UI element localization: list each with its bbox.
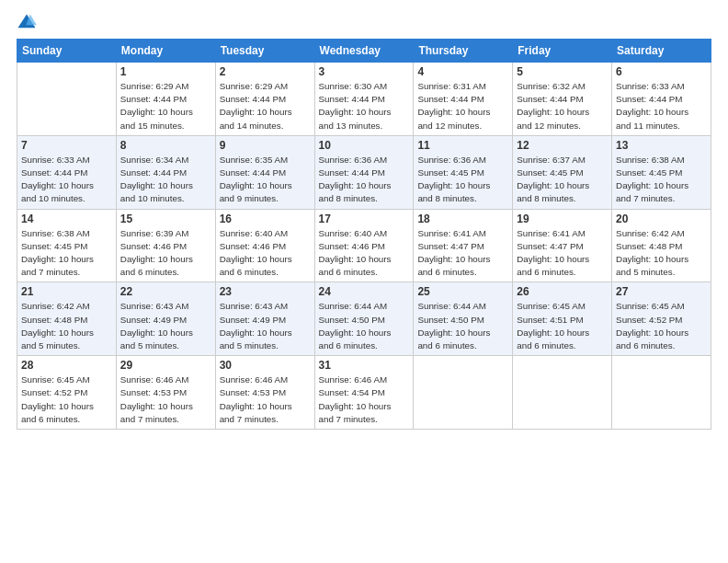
calendar-header-saturday: Saturday [612,40,711,63]
calendar-cell: 14Sunrise: 6:38 AM Sunset: 4:45 PM Dayli… [17,209,117,282]
calendar-cell: 17Sunrise: 6:40 AM Sunset: 4:46 PM Dayli… [314,209,414,282]
calendar-cell: 7Sunrise: 6:33 AM Sunset: 4:44 PM Daylig… [17,135,117,209]
calendar-cell: 5Sunrise: 6:32 AM Sunset: 4:44 PM Daylig… [513,63,612,136]
day-info: Sunrise: 6:34 AM Sunset: 4:44 PM Dayligh… [120,154,211,206]
calendar-cell: 24Sunrise: 6:44 AM Sunset: 4:50 PM Dayli… [314,282,414,356]
day-info: Sunrise: 6:42 AM Sunset: 4:48 PM Dayligh… [616,227,707,280]
calendar-cell: 13Sunrise: 6:38 AM Sunset: 4:45 PM Dayli… [612,135,711,209]
day-number: 22 [120,285,211,298]
calendar-cell: 4Sunrise: 6:31 AM Sunset: 4:44 PM Daylig… [414,63,513,136]
day-info: Sunrise: 6:46 AM Sunset: 4:54 PM Dayligh… [319,373,410,426]
day-number: 3 [319,65,410,78]
calendar-header-friday: Friday [513,40,612,63]
calendar-cell: 16Sunrise: 6:40 AM Sunset: 4:46 PM Dayli… [215,209,314,282]
day-number: 13 [616,139,707,152]
day-number: 1 [120,65,211,78]
calendar-cell: 23Sunrise: 6:43 AM Sunset: 4:49 PM Dayli… [215,282,314,356]
calendar-table: SundayMondayTuesdayWednesdayThursdayFrid… [17,39,711,430]
day-info: Sunrise: 6:42 AM Sunset: 4:48 PM Dayligh… [21,300,112,352]
calendar-cell: 2Sunrise: 6:29 AM Sunset: 4:44 PM Daylig… [215,63,314,136]
calendar-cell: 30Sunrise: 6:46 AM Sunset: 4:53 PM Dayli… [215,356,314,430]
calendar-cell: 10Sunrise: 6:36 AM Sunset: 4:44 PM Dayli… [314,135,414,209]
day-number: 19 [517,213,608,225]
day-info: Sunrise: 6:38 AM Sunset: 4:45 PM Dayligh… [616,154,707,206]
calendar-cell: 26Sunrise: 6:45 AM Sunset: 4:51 PM Dayli… [513,282,612,356]
calendar-cell: 6Sunrise: 6:33 AM Sunset: 4:44 PM Daylig… [612,63,711,136]
day-info: Sunrise: 6:33 AM Sunset: 4:44 PM Dayligh… [616,80,707,132]
day-number: 24 [319,285,410,298]
day-info: Sunrise: 6:39 AM Sunset: 4:46 PM Dayligh… [120,227,211,280]
day-number: 27 [616,285,707,298]
header [17,9,711,33]
calendar-week-row: 14Sunrise: 6:38 AM Sunset: 4:45 PM Dayli… [17,209,711,282]
day-number: 14 [21,213,112,225]
calendar-header-thursday: Thursday [414,40,513,63]
calendar-cell: 22Sunrise: 6:43 AM Sunset: 4:49 PM Dayli… [116,282,215,356]
day-number: 21 [21,285,112,298]
day-number: 28 [21,359,112,372]
day-info: Sunrise: 6:32 AM Sunset: 4:44 PM Dayligh… [517,80,608,132]
calendar-cell [414,356,513,430]
day-number: 2 [220,65,311,78]
calendar-header-monday: Monday [116,40,215,63]
day-info: Sunrise: 6:36 AM Sunset: 4:44 PM Dayligh… [319,154,410,206]
day-info: Sunrise: 6:38 AM Sunset: 4:45 PM Dayligh… [21,227,112,280]
day-number: 16 [220,213,311,225]
day-number: 31 [319,359,410,372]
day-number: 4 [417,65,508,78]
day-number: 17 [319,213,410,225]
day-info: Sunrise: 6:44 AM Sunset: 4:50 PM Dayligh… [417,300,508,352]
day-number: 23 [220,285,311,298]
day-number: 10 [319,139,410,152]
day-number: 26 [517,285,608,298]
day-info: Sunrise: 6:45 AM Sunset: 4:52 PM Dayligh… [616,300,707,352]
calendar-week-row: 21Sunrise: 6:42 AM Sunset: 4:48 PM Dayli… [17,282,711,356]
day-number: 7 [21,139,112,152]
day-number: 18 [417,213,508,225]
calendar-cell [612,356,711,430]
day-info: Sunrise: 6:41 AM Sunset: 4:47 PM Dayligh… [417,227,508,280]
logo-icon [17,13,37,33]
calendar-week-row: 7Sunrise: 6:33 AM Sunset: 4:44 PM Daylig… [17,135,711,209]
calendar-header-wednesday: Wednesday [314,40,414,63]
day-info: Sunrise: 6:44 AM Sunset: 4:50 PM Dayligh… [319,300,410,352]
day-info: Sunrise: 6:29 AM Sunset: 4:44 PM Dayligh… [120,80,211,132]
day-info: Sunrise: 6:37 AM Sunset: 4:45 PM Dayligh… [517,154,608,206]
day-info: Sunrise: 6:31 AM Sunset: 4:44 PM Dayligh… [417,80,508,132]
calendar-cell: 31Sunrise: 6:46 AM Sunset: 4:54 PM Dayli… [314,356,414,430]
calendar-cell: 27Sunrise: 6:45 AM Sunset: 4:52 PM Dayli… [612,282,711,356]
day-info: Sunrise: 6:33 AM Sunset: 4:44 PM Dayligh… [21,154,112,206]
calendar-cell: 19Sunrise: 6:41 AM Sunset: 4:47 PM Dayli… [513,209,612,282]
calendar-header-row: SundayMondayTuesdayWednesdayThursdayFrid… [17,40,711,63]
calendar-cell: 21Sunrise: 6:42 AM Sunset: 4:48 PM Dayli… [17,282,117,356]
day-info: Sunrise: 6:30 AM Sunset: 4:44 PM Dayligh… [319,80,410,132]
logo [17,13,39,33]
day-info: Sunrise: 6:40 AM Sunset: 4:46 PM Dayligh… [319,227,410,280]
day-info: Sunrise: 6:40 AM Sunset: 4:46 PM Dayligh… [220,227,311,280]
calendar-cell: 9Sunrise: 6:35 AM Sunset: 4:44 PM Daylig… [215,135,314,209]
day-info: Sunrise: 6:45 AM Sunset: 4:52 PM Dayligh… [21,373,112,426]
day-info: Sunrise: 6:41 AM Sunset: 4:47 PM Dayligh… [517,227,608,280]
day-number: 15 [120,213,211,225]
calendar-cell: 3Sunrise: 6:30 AM Sunset: 4:44 PM Daylig… [314,63,414,136]
calendar-cell: 11Sunrise: 6:36 AM Sunset: 4:45 PM Dayli… [414,135,513,209]
day-number: 9 [220,139,311,152]
day-info: Sunrise: 6:43 AM Sunset: 4:49 PM Dayligh… [220,300,311,352]
day-number: 6 [616,65,707,78]
calendar-cell [17,63,117,136]
day-number: 25 [417,285,508,298]
page: SundayMondayTuesdayWednesdayThursdayFrid… [0,0,728,563]
calendar-cell: 8Sunrise: 6:34 AM Sunset: 4:44 PM Daylig… [116,135,215,209]
day-info: Sunrise: 6:29 AM Sunset: 4:44 PM Dayligh… [220,80,311,132]
calendar-cell: 20Sunrise: 6:42 AM Sunset: 4:48 PM Dayli… [612,209,711,282]
day-info: Sunrise: 6:45 AM Sunset: 4:51 PM Dayligh… [517,300,608,352]
day-number: 8 [120,139,211,152]
calendar-week-row: 1Sunrise: 6:29 AM Sunset: 4:44 PM Daylig… [17,63,711,136]
day-info: Sunrise: 6:43 AM Sunset: 4:49 PM Dayligh… [120,300,211,352]
day-info: Sunrise: 6:46 AM Sunset: 4:53 PM Dayligh… [220,373,311,426]
calendar-cell: 1Sunrise: 6:29 AM Sunset: 4:44 PM Daylig… [116,63,215,136]
calendar-header-sunday: Sunday [17,40,117,63]
day-number: 11 [417,139,508,152]
calendar-cell: 28Sunrise: 6:45 AM Sunset: 4:52 PM Dayli… [17,356,117,430]
day-number: 20 [616,213,707,225]
